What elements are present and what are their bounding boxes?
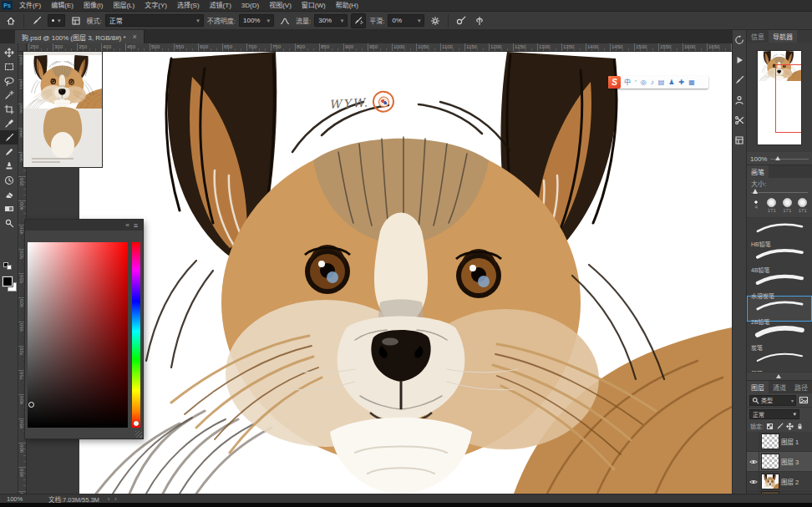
actions-panel-icon[interactable] <box>733 53 746 66</box>
collapse-panel-icon[interactable]: « <box>125 221 129 229</box>
navigator-zoom-slider[interactable] <box>770 159 809 160</box>
libraries-panel-icon[interactable] <box>733 134 746 146</box>
tab-图层[interactable]: 图层 <box>747 381 769 393</box>
brush-tip-2[interactable]: 171 <box>765 197 779 213</box>
document-tab[interactable]: 狗.psd @ 100% (图层 3, RGB/8#) * × <box>15 30 145 43</box>
document-canvas[interactable] <box>79 52 732 494</box>
status-zoom-field[interactable]: 100% <box>7 495 40 503</box>
layer-name[interactable]: 图层 2 <box>781 477 799 486</box>
history-panel-icon[interactable] <box>733 33 746 46</box>
lock-checker-icon[interactable] <box>766 423 774 430</box>
lock-lock-icon[interactable] <box>796 423 804 430</box>
menu-item-2[interactable]: 编辑(E) <box>46 0 79 11</box>
tab-通道[interactable]: 通道 <box>769 381 790 393</box>
brush-preset-picker[interactable]: ▾ <box>48 14 65 27</box>
reference-photo[interactable] <box>23 52 102 167</box>
quick-select-tool[interactable] <box>0 88 18 102</box>
tab-导航器[interactable]: 导航器 <box>769 30 797 43</box>
layer-row-2[interactable]: 图层 3 <box>747 452 812 472</box>
menu-item-8[interactable]: 3D(D) <box>236 0 264 11</box>
color-picker-marker[interactable] <box>28 402 34 408</box>
clone-stamp-tool[interactable] <box>0 159 18 173</box>
menu-item-3[interactable]: 图像(I) <box>79 0 109 11</box>
sogou-logo-icon[interactable]: S <box>608 76 621 89</box>
character-panel-icon[interactable] <box>733 94 746 106</box>
layer-filter-select[interactable]: 类型▾ <box>749 395 796 406</box>
ime-medical-icon[interactable]: ✚ <box>679 76 685 89</box>
pencil-tool[interactable] <box>0 144 18 159</box>
layer-visibility-eye-icon[interactable] <box>749 452 759 471</box>
brush-tip-4[interactable]: 171 <box>796 197 810 213</box>
brush-tip-1[interactable]: 4 <box>749 197 764 210</box>
tool-presets-panel-icon[interactable] <box>733 114 746 126</box>
brush-tool[interactable] <box>0 130 18 144</box>
layer-row-1[interactable]: 图层 1 <box>747 432 812 452</box>
navigator-zoom-value[interactable]: 100% <box>750 155 767 163</box>
blend-mode-select[interactable]: 正常▾ <box>105 14 204 27</box>
ime-toolbox-icon[interactable]: ▦ <box>688 76 695 89</box>
filter-by-image-button[interactable] <box>798 394 809 406</box>
hue-slider-knob[interactable] <box>134 421 139 426</box>
layer-visibility-eye-icon[interactable] <box>749 472 759 491</box>
pressure-size-button[interactable] <box>454 13 469 28</box>
ime-emoji-icon[interactable]: ◎ <box>641 76 647 89</box>
navigator-thumbnail[interactable] <box>758 51 801 144</box>
ruler-origin-corner[interactable] <box>18 43 27 52</box>
layer-thumbnail[interactable] <box>762 454 779 469</box>
crop-tool[interactable] <box>0 102 18 116</box>
lasso-tool[interactable] <box>0 74 18 88</box>
pressure-opacity-button[interactable] <box>277 13 292 28</box>
ime-mode-chinese-icon[interactable]: 中 <box>624 76 631 89</box>
menu-item-4[interactable]: 图层(L) <box>108 0 140 11</box>
dodge-tool[interactable] <box>0 215 18 230</box>
layer-thumbnail[interactable] <box>762 434 779 449</box>
ime-punctuation-icon[interactable]: ’ <box>635 76 637 89</box>
brush-settings-panel-icon[interactable] <box>733 74 746 86</box>
toggle-brush-panel-button[interactable] <box>69 13 84 28</box>
menu-item-7[interactable]: 滤镜(T) <box>205 0 236 11</box>
saturation-brightness-field[interactable] <box>28 242 128 428</box>
tab-路径[interactable]: 路径 <box>790 381 812 393</box>
ime-voice-icon[interactable]: ♪ <box>651 76 654 89</box>
flow-select[interactable]: 30%▾ <box>314 14 348 27</box>
eyedropper-tool[interactable] <box>0 116 18 130</box>
menu-item-6[interactable]: 选择(S) <box>172 0 205 11</box>
default-colors-icon[interactable] <box>3 262 13 271</box>
menu-item-9[interactable]: 视图(V) <box>264 0 297 11</box>
airbrush-toggle-button[interactable] <box>351 13 366 28</box>
menu-item-11[interactable]: 帮助(H) <box>331 0 363 11</box>
brush-stroke-smoothing-slider[interactable] <box>747 372 812 380</box>
status-arrows[interactable]: ›‹ <box>108 495 122 503</box>
brush-tip-3[interactable]: 171 <box>780 197 794 213</box>
layer-name[interactable]: 图层 3 <box>781 457 799 466</box>
move-tool[interactable] <box>0 45 18 59</box>
brush-tool-preset-icon[interactable] <box>29 13 44 28</box>
brush-preset-1[interactable]: HB铅笔 <box>747 218 812 244</box>
history-brush-tool[interactable] <box>0 173 18 187</box>
layer-blend-mode-select[interactable]: 正常▾ <box>749 409 799 419</box>
brush-size-slider[interactable] <box>751 189 808 196</box>
photoshop-logo-icon[interactable]: Ps <box>2 1 13 10</box>
panel-menu-icon[interactable]: ≡ <box>134 221 138 230</box>
layer-name[interactable]: 图层 1 <box>781 437 799 446</box>
marquee-tool[interactable] <box>0 59 18 74</box>
hue-slider[interactable] <box>132 242 140 428</box>
smoothing-select[interactable]: 0%▾ <box>388 14 424 27</box>
lock-brush-icon[interactable] <box>776 423 784 430</box>
layer-thumbnail[interactable] <box>762 474 779 489</box>
gradient-tool[interactable] <box>0 201 18 215</box>
ime-user-icon[interactable]: ♟ <box>668 76 674 89</box>
opacity-select[interactable]: 100%▾ <box>239 14 274 27</box>
home-button[interactable] <box>3 13 18 28</box>
close-tab-icon[interactable]: × <box>133 33 137 41</box>
lock-move-icon[interactable] <box>786 423 794 430</box>
tab-brushes[interactable]: 画笔 <box>747 165 769 178</box>
eraser-tool[interactable] <box>0 187 18 201</box>
symmetry-button[interactable] <box>472 13 487 28</box>
tab-信息[interactable]: 信息 <box>747 30 769 43</box>
menu-item-1[interactable]: 文件(F) <box>14 0 46 11</box>
menu-item-10[interactable]: 窗口(W) <box>297 0 331 11</box>
layer-row-3[interactable]: 图层 2 <box>747 472 812 492</box>
panel-resize-grip[interactable] <box>135 431 142 438</box>
menu-item-5[interactable]: 文字(Y) <box>140 0 172 11</box>
